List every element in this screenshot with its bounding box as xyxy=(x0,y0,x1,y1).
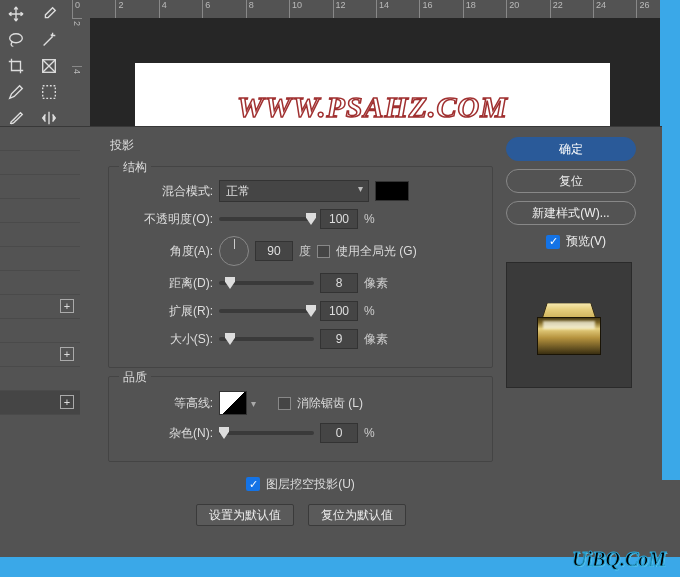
effect-row[interactable]: + xyxy=(0,343,80,367)
ok-button[interactable]: 确定 xyxy=(506,137,636,161)
shadow-color-swatch[interactable] xyxy=(375,181,409,201)
effect-row[interactable] xyxy=(0,223,80,247)
structure-group-title: 结构 xyxy=(119,159,151,176)
effect-row-selected[interactable]: + xyxy=(0,391,80,415)
opacity-unit: % xyxy=(364,212,375,226)
ruler-vertical: 24 xyxy=(72,18,90,130)
effects-list: + + + xyxy=(0,127,80,559)
canvas-watermark: WWW.PSAHZ.COM xyxy=(237,90,508,124)
size-unit: 像素 xyxy=(364,331,388,348)
contour-label: 等高线: xyxy=(121,395,213,412)
panel-title: 投影 xyxy=(110,137,493,154)
svg-point-0 xyxy=(10,34,23,43)
footer-watermark: UiBQ.CoM xyxy=(572,548,666,571)
knockout-label: 图层挖空投影(U) xyxy=(266,476,355,493)
effect-row[interactable] xyxy=(0,271,80,295)
noise-slider[interactable] xyxy=(219,431,314,435)
antialias-label: 消除锯齿 (L) xyxy=(297,395,363,412)
distance-label: 距离(D): xyxy=(121,275,213,292)
spread-unit: % xyxy=(364,304,375,318)
quality-group-title: 品质 xyxy=(119,369,151,386)
contour-picker[interactable] xyxy=(219,391,247,415)
opacity-slider[interactable] xyxy=(219,217,314,221)
spread-label: 扩展(R): xyxy=(121,303,213,320)
reset-button[interactable]: 复位 xyxy=(506,169,636,193)
angle-input[interactable] xyxy=(255,241,293,261)
opacity-input[interactable] xyxy=(320,209,358,229)
global-light-checkbox[interactable] xyxy=(317,245,330,258)
size-slider[interactable] xyxy=(219,337,314,341)
angle-dial[interactable] xyxy=(219,236,249,266)
reset-default-button[interactable]: 复位为默认值 xyxy=(308,504,406,526)
preview-checkbox[interactable]: ✓ xyxy=(546,235,560,249)
effect-row[interactable] xyxy=(0,151,80,175)
lasso-tool[interactable] xyxy=(2,28,30,52)
effect-row[interactable]: + xyxy=(0,295,80,319)
noise-label: 杂色(N): xyxy=(121,425,213,442)
make-default-button[interactable]: 设置为默认值 xyxy=(196,504,294,526)
structure-group: 结构 混合模式: 正常 不透明度(O): % 角度(A): 度 使用全局光 (G… xyxy=(108,166,493,368)
svg-rect-2 xyxy=(43,86,56,99)
style-preview xyxy=(506,262,632,388)
noise-input[interactable] xyxy=(320,423,358,443)
blend-mode-select[interactable]: 正常 xyxy=(219,180,369,202)
frame-tool[interactable] xyxy=(35,54,63,78)
quality-group: 品质 等高线: ▾ 消除锯齿 (L) 杂色(N): % xyxy=(108,376,493,462)
new-style-button[interactable]: 新建样式(W)... xyxy=(506,201,636,225)
ruler-horizontal: 02468101214161820222426 xyxy=(72,0,680,18)
marquee-tool[interactable] xyxy=(35,80,63,104)
gold-preview-icon xyxy=(537,293,601,357)
angle-unit: 度 xyxy=(299,243,311,260)
spread-input[interactable] xyxy=(320,301,358,321)
distance-input[interactable] xyxy=(320,273,358,293)
effect-row[interactable] xyxy=(0,319,80,343)
drop-shadow-panel: 投影 结构 混合模式: 正常 不透明度(O): % 角度(A): 度 使用全局光 xyxy=(108,135,493,555)
desktop-edge xyxy=(660,0,680,480)
antialias-checkbox[interactable] xyxy=(278,397,291,410)
distance-unit: 像素 xyxy=(364,275,388,292)
crop-tool[interactable] xyxy=(2,54,30,78)
wand-tool[interactable] xyxy=(35,28,63,52)
angle-label: 角度(A): xyxy=(121,243,213,260)
eyedropper-tool[interactable] xyxy=(35,2,63,26)
document-canvas[interactable]: WWW.PSAHZ.COM xyxy=(135,63,610,128)
effect-row[interactable] xyxy=(0,367,80,391)
distance-slider[interactable] xyxy=(219,281,314,285)
dialog-right-panel: 确定 复位 新建样式(W)... ✓ 预览(V) xyxy=(506,137,646,388)
opacity-label: 不透明度(O): xyxy=(121,211,213,228)
noise-unit: % xyxy=(364,426,375,440)
size-input[interactable] xyxy=(320,329,358,349)
layer-style-dialog: + + + 投影 结构 混合模式: 正常 不透明度(O): % 角度(A): xyxy=(0,126,662,558)
global-light-label: 使用全局光 (G) xyxy=(336,243,417,260)
size-label: 大小(S): xyxy=(121,331,213,348)
preview-label: 预览(V) xyxy=(566,233,606,250)
add-effect-icon[interactable]: + xyxy=(60,395,74,409)
knockout-checkbox[interactable]: ✓ xyxy=(246,477,260,491)
effect-row[interactable] xyxy=(0,247,80,271)
add-effect-icon[interactable]: + xyxy=(60,347,74,361)
tools-panel xyxy=(0,0,68,130)
spread-slider[interactable] xyxy=(219,309,314,313)
add-effect-icon[interactable]: + xyxy=(60,299,74,313)
pencil-tool[interactable] xyxy=(2,80,30,104)
canvas-area[interactable]: WWW.PSAHZ.COM xyxy=(90,18,680,130)
effect-row[interactable] xyxy=(0,127,80,151)
blend-mode-label: 混合模式: xyxy=(121,183,213,200)
effect-row[interactable] xyxy=(0,199,80,223)
effect-row[interactable] xyxy=(0,175,80,199)
move-tool[interactable] xyxy=(2,2,30,26)
